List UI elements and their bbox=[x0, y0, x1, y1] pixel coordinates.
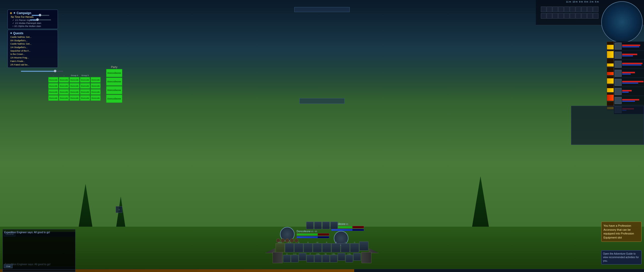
quest-sub-2: Is the Crown... bbox=[9, 53, 57, 56]
buff-icon-12 bbox=[547, 13, 552, 19]
sec-btn-10[interactable] bbox=[353, 253, 361, 261]
quest-entry-2[interactable]: Sepulcher of the F... bbox=[9, 49, 57, 53]
raid-cell-2-2: Doncoileo... bbox=[59, 83, 69, 89]
chat-channel-btn[interactable]: Chat bbox=[4, 264, 13, 268]
sec-btn-3[interactable] bbox=[299, 253, 306, 261]
player-main-mana-bar bbox=[297, 236, 329, 238]
raid-cell-3-4: Doncoileo... bbox=[80, 89, 90, 95]
bar-ornament-right bbox=[369, 241, 379, 253]
player-entry-5 bbox=[614, 78, 644, 87]
raid-group-left: ... ... Group 4 Group 5 Doncoileo... Don… bbox=[48, 74, 101, 101]
frame-height-slider[interactable] bbox=[30, 19, 51, 20]
left-portrait-container bbox=[280, 227, 295, 242]
frame-width-slider[interactable] bbox=[32, 15, 49, 16]
sec-slot-4: F bbox=[307, 253, 314, 262]
campaign-sub-3: ○ 0/1 Olphis the Molten slain bbox=[9, 25, 57, 28]
raid-frames-container: ... ... Group 4 Group 5 Doncoileo... Don… bbox=[48, 74, 101, 101]
dist-2: 10 m bbox=[573, 1, 578, 3]
campaign-label: Campaign bbox=[17, 11, 31, 15]
player-mana-7 bbox=[622, 101, 635, 102]
dist-4: 8 m bbox=[584, 1, 588, 3]
quest-entry-3[interactable]: Fate's Finale... bbox=[9, 60, 57, 63]
player-main-mana-fill bbox=[297, 236, 318, 238]
profession-notification: You have a Profession Accessory that can… bbox=[601, 222, 641, 242]
sec-btn-5[interactable] bbox=[314, 255, 322, 262]
party-member-2: Doncoileone bbox=[106, 78, 122, 86]
sec-btn-4[interactable] bbox=[307, 255, 314, 262]
quest-sub-0: 0/4 Sludgefist's... bbox=[9, 39, 57, 43]
party-header: Party bbox=[106, 65, 122, 69]
action-btn-6[interactable] bbox=[322, 243, 331, 252]
player-health-2 bbox=[622, 54, 637, 55]
player-avatar-2 bbox=[615, 52, 622, 59]
raid-cell-3-5: Doncoileo... bbox=[91, 89, 101, 95]
sec-btn-8[interactable] bbox=[338, 253, 345, 261]
chat-channel-label: Chat bbox=[6, 265, 10, 267]
action-slot-10 bbox=[359, 242, 369, 252]
right-player-list bbox=[614, 42, 644, 114]
res-bar-5 bbox=[607, 76, 614, 84]
action-slot-3: Q bbox=[294, 242, 303, 252]
raid-cell-2-4: Doncoileo... bbox=[80, 83, 90, 89]
player-mana-4 bbox=[622, 74, 631, 75]
action-btn-7[interactable] bbox=[332, 243, 341, 252]
stance-bar-icon[interactable]: ⚔ bbox=[116, 206, 122, 213]
dist-3: 9 m bbox=[579, 1, 583, 3]
raid-cell-3-2: Doncoileo... bbox=[59, 89, 69, 95]
mini-btn-2[interactable] bbox=[314, 222, 322, 229]
action-btn-1[interactable] bbox=[276, 243, 285, 252]
minimap[interactable]: Wild Coast 7:04 bbox=[601, 1, 643, 43]
buff-icon-1 bbox=[541, 7, 546, 12]
sec-keybind-2: t-t-4 bbox=[293, 253, 296, 255]
mini-btn-1[interactable] bbox=[306, 222, 314, 229]
campaign-icon: ✦ bbox=[13, 11, 16, 15]
action-keybind-3: Q bbox=[298, 242, 299, 243]
top-center-bar bbox=[294, 7, 350, 12]
sec-keybind-5: t-Mo. bbox=[316, 253, 320, 255]
raid-row-1: Doncoileo... Doncoileo... Doncoileo... D… bbox=[48, 77, 101, 83]
buff-icon-19 bbox=[587, 13, 593, 19]
action-btn-5[interactable] bbox=[313, 243, 322, 252]
bar2-ornament-right bbox=[361, 252, 372, 263]
sec-slot-1: t-t bbox=[283, 253, 291, 262]
sec-btn-9[interactable] bbox=[346, 255, 353, 262]
sec-slot-5: t-Mo. bbox=[314, 253, 322, 262]
party-member-3: Doncoileone bbox=[106, 86, 122, 94]
action-btn-10[interactable] bbox=[359, 242, 369, 251]
action-btn-2[interactable] bbox=[285, 243, 294, 252]
campaign-sub-2: ✓ 1/1 Modas Flamespit slain bbox=[9, 22, 57, 25]
player-mana-5 bbox=[622, 83, 638, 84]
res-bar-6 bbox=[607, 84, 614, 92]
player-name-row: Doncoileone 65 65 bbox=[297, 230, 329, 233]
raid-cell-1-1: Doncoileo... bbox=[48, 77, 58, 83]
buff-icon-20 bbox=[593, 13, 598, 19]
player-entry-6 bbox=[614, 87, 644, 96]
res-bar-7 bbox=[607, 93, 614, 101]
player-mana-3 bbox=[622, 64, 641, 65]
action-keybind-9: G bbox=[354, 242, 355, 243]
sec-slot-7: t-Mo. bbox=[330, 253, 338, 262]
raid-cell-4-2: Doncoileo... bbox=[59, 95, 69, 101]
player-health-5 bbox=[622, 81, 643, 82]
raid-cell-3-3: Doncoileo... bbox=[69, 89, 79, 95]
action-btn-9[interactable] bbox=[350, 243, 359, 252]
sec-btn-6[interactable] bbox=[322, 255, 330, 262]
action-btn-8[interactable] bbox=[341, 243, 350, 252]
right-large-panel bbox=[571, 106, 644, 145]
raid-row-2: Doncoileo... Doncoileo... Doncoileo... D… bbox=[48, 83, 101, 89]
quest-entry-1[interactable]: Castle Nathria: Get... bbox=[9, 42, 57, 46]
grid-spacing-slider[interactable] bbox=[21, 71, 63, 72]
sec-btn-2[interactable] bbox=[291, 255, 299, 262]
sec-btn-7[interactable] bbox=[330, 255, 338, 262]
quest-entry-0[interactable]: Castle Nathria: Get... bbox=[9, 36, 57, 39]
mini-btn-4[interactable] bbox=[330, 222, 338, 229]
mini-btn-3[interactable] bbox=[322, 222, 330, 229]
res-bar-1 bbox=[607, 42, 614, 50]
sec-btn-1[interactable] bbox=[283, 255, 291, 262]
action-btn-4[interactable] bbox=[304, 243, 313, 252]
raid-cell-3-1: Doncoileo... bbox=[48, 89, 58, 95]
target-mana-bar bbox=[331, 229, 364, 231]
action-btn-3[interactable] bbox=[294, 243, 303, 252]
action-slot-8: X bbox=[341, 242, 350, 252]
player-info-2 bbox=[622, 54, 643, 56]
